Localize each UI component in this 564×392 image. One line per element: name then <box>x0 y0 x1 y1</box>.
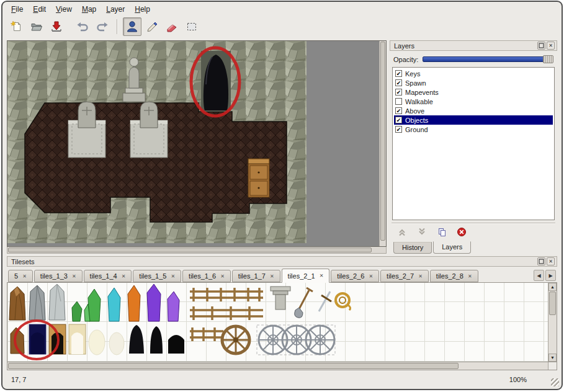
tileset-tab-label: tiles_1_4 <box>90 272 117 280</box>
map-viewport[interactable] <box>7 40 387 247</box>
scroll-up-icon[interactable]: ▲ <box>548 283 557 291</box>
tileset-tab-tiles_2_1[interactable]: tiles_2_1✕ <box>282 269 330 283</box>
open-file-button[interactable] <box>27 17 46 36</box>
eraser-tool-button[interactable] <box>163 17 181 36</box>
redo-button[interactable] <box>93 17 112 36</box>
menu-file[interactable]: File <box>6 4 28 15</box>
tab-close-icon[interactable]: ✕ <box>418 274 423 279</box>
rect-select-tool-button[interactable] <box>182 17 201 36</box>
layer-row-walkable[interactable]: Walkable <box>394 97 553 106</box>
map-hscroll-thumb[interactable] <box>8 247 372 252</box>
layer-visible-checkbox[interactable]: ✔ <box>395 117 402 123</box>
layer-visible-checkbox[interactable]: ✔ <box>395 89 402 96</box>
tab-close-icon[interactable]: ✕ <box>369 274 373 279</box>
tileset-tab-label: tiles_2_6 <box>337 272 364 280</box>
layer-visible-checkbox[interactable] <box>395 98 402 105</box>
gravestone-left <box>78 102 96 128</box>
tileset-tab-label: tiles_1_7 <box>238 272 266 280</box>
map-vertical-scrollbar[interactable] <box>379 41 386 246</box>
tileset-tab-tiles_1_4[interactable]: tiles_1_4✕ <box>84 270 132 282</box>
float-tilesets-button[interactable] <box>537 257 545 265</box>
tileset-palette-canvas[interactable] <box>7 283 547 360</box>
palette-hscroll-track[interactable] <box>459 362 548 370</box>
tileset-tab-tiles_2_6[interactable]: tiles_2_6✕ <box>331 270 379 282</box>
stamp-tool-button[interactable] <box>123 17 141 36</box>
opacity-slider-track[interactable] <box>423 56 552 62</box>
scroll-down-icon[interactable]: ▼ <box>548 354 557 362</box>
tab-close-icon[interactable]: ✕ <box>468 274 472 279</box>
layer-list[interactable]: ✔Keys✔Spawn✔MapeventsWalkable✔Above✔Obje… <box>392 67 555 220</box>
menu-view[interactable]: View <box>51 4 77 15</box>
layer-visible-checkbox[interactable]: ✔ <box>395 70 402 77</box>
duplicate-layer-button[interactable] <box>437 227 447 238</box>
map-canvas[interactable] <box>7 41 307 243</box>
menu-edit[interactable]: Edit <box>28 4 51 15</box>
tab-close-icon[interactable]: ✕ <box>320 273 324 278</box>
tileset-tab-label: tiles_1_5 <box>139 272 166 280</box>
layer-row-mapevents[interactable]: ✔Mapevents <box>394 87 553 97</box>
palette-vscroll-track[interactable] <box>548 316 557 354</box>
layer-visible-checkbox[interactable]: ✔ <box>395 126 402 133</box>
save-button[interactable] <box>47 17 66 36</box>
brush-tool-button[interactable] <box>143 17 161 36</box>
tileset-tab-tiles_2_8[interactable]: tiles_2_8✕ <box>430 270 478 282</box>
new-file-button[interactable] <box>7 17 26 36</box>
palette-vscroll-thumb[interactable] <box>549 292 556 315</box>
raise-layer-button[interactable] <box>397 227 407 238</box>
lower-layer-button[interactable] <box>417 227 427 238</box>
menu-layer[interactable]: Layer <box>101 4 130 15</box>
app-window: FileEditViewMapLayerHelp <box>1 1 563 390</box>
close-dock-button[interactable]: ✕ <box>547 42 555 50</box>
scroll-tabs-left-button[interactable]: ◀ <box>534 270 544 281</box>
tileset-tab-tiles_1_3[interactable]: tiles_1_3✕ <box>34 270 83 282</box>
tileset-palette[interactable] <box>7 283 548 362</box>
float-dock-button[interactable] <box>537 42 545 50</box>
opacity-slider[interactable] <box>423 55 553 63</box>
close-tilesets-button[interactable]: ✕ <box>547 257 555 265</box>
tileset-tab-tiles_2_7[interactable]: tiles_2_7✕ <box>380 270 429 282</box>
layer-row-spawn[interactable]: ✔Spawn <box>394 78 553 87</box>
layers-dock-title: Layers <box>394 42 536 50</box>
layer-row-ground[interactable]: ✔Ground <box>394 125 553 134</box>
tileset-tab-tiles_1_7[interactable]: tiles_1_7✕ <box>232 270 280 282</box>
layer-row-objects[interactable]: ✔Objects <box>394 115 553 125</box>
resize-grip[interactable] <box>551 378 559 386</box>
scroll-tabs-right-button[interactable]: ▶ <box>545 270 556 281</box>
tab-close-icon[interactable]: ✕ <box>270 274 274 279</box>
tab-close-icon[interactable]: ✕ <box>72 274 76 279</box>
delete-layer-button[interactable] <box>457 227 467 238</box>
tab-close-icon[interactable]: ✕ <box>171 274 175 279</box>
layers-dock-tabs: HistoryLayers <box>390 240 557 254</box>
brush-tool-icon <box>145 20 159 33</box>
opacity-slider-handle[interactable] <box>543 55 553 63</box>
palette-hscroll-thumb[interactable] <box>8 363 459 369</box>
layer-visible-checkbox[interactable]: ✔ <box>395 107 402 114</box>
tilesets-dock-titlebar: Tilesets ✕ <box>7 256 557 267</box>
tab-close-icon[interactable]: ✕ <box>122 274 126 279</box>
layer-row-keys[interactable]: ✔Keys <box>394 69 553 78</box>
map-horizontal-scrollbar[interactable] <box>7 247 387 254</box>
fence-sprites-2 <box>190 327 223 341</box>
palette-vertical-scrollbar[interactable]: ▲ ▼ <box>548 283 557 362</box>
raise-layer-icon <box>397 227 407 237</box>
map-vscroll-thumb[interactable] <box>380 42 385 241</box>
palette-horizontal-scrollbar[interactable] <box>7 362 557 370</box>
undo-button[interactable] <box>73 17 92 36</box>
layers-dock: Layers ✕ Opacity: ✔Keys✔Spawn✔MapeventsW… <box>390 40 557 254</box>
tab-close-icon[interactable]: ✕ <box>220 274 225 279</box>
gravestone-right <box>140 102 158 128</box>
tab-close-icon[interactable]: ✕ <box>22 274 27 279</box>
layer-visible-checkbox[interactable]: ✔ <box>395 79 402 86</box>
tileset-tab-tiles_1_5[interactable]: tiles_1_5✕ <box>133 270 181 282</box>
dock-tab-layers[interactable]: Layers <box>433 241 471 254</box>
menu-map[interactable]: Map <box>77 4 101 15</box>
wheel-sprites <box>222 325 335 355</box>
float-icon <box>539 43 544 48</box>
layer-row-above[interactable]: ✔Above <box>394 106 553 115</box>
tileset-tab-label: tiles_2_1 <box>288 272 315 280</box>
tileset-tab-tiles_1_6[interactable]: tiles_1_6✕ <box>182 270 231 282</box>
dock-tab-history[interactable]: History <box>393 242 432 254</box>
menu-help[interactable]: Help <box>130 4 155 15</box>
cabinet <box>248 159 269 197</box>
tileset-tab-5[interactable]: 5✕ <box>8 270 33 282</box>
